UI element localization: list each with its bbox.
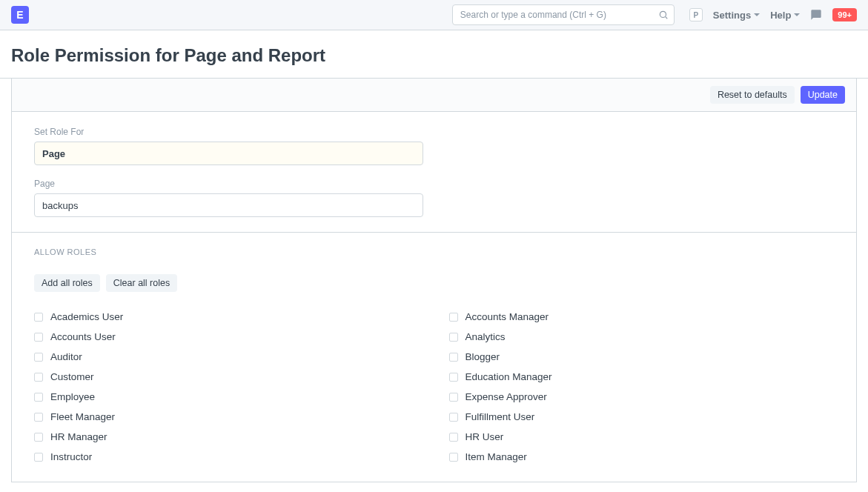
role-item: HR User [449,427,835,447]
role-checkbox[interactable] [34,333,43,342]
role-checkbox[interactable] [449,453,458,462]
role-checkbox[interactable] [449,393,458,402]
role-item: Education Manager [449,367,835,387]
svg-line-1 [666,17,668,19]
role-item: Blogger [449,347,835,367]
role-item: Accounts Manager [449,307,835,327]
action-toolbar: Reset to defaults Update [11,79,857,112]
role-item: Instructor [34,447,420,467]
navbar: E P Settings Help 99+ [0,0,868,30]
app-logo[interactable]: E [11,6,29,24]
role-item: Item Manager [449,447,835,467]
search-icon [658,10,669,20]
role-label: Accounts Manager [466,311,549,322]
role-checkbox[interactable] [34,313,43,322]
role-checkbox[interactable] [449,413,458,422]
settings-label: Settings [713,10,751,21]
form-section: Set Role For Page [11,112,857,233]
role-label: Auditor [50,351,82,362]
role-label: Analytics [466,331,506,342]
role-label: Item Manager [466,451,527,462]
role-checkbox[interactable] [449,373,458,382]
set-role-for-group: Set Role For [34,127,423,165]
user-badge[interactable]: P [689,8,703,21]
page-group: Page [34,179,423,217]
settings-menu[interactable]: Settings [713,10,760,21]
set-role-for-label: Set Role For [34,127,423,137]
roles-section-title: Allow Roles [34,247,834,256]
page-header: Role Permission for Page and Report [0,30,868,79]
help-menu[interactable]: Help [770,10,800,21]
role-label: Academics User [50,311,123,322]
roles-left-column: Academics UserAccounts UserAuditorCustom… [34,307,420,467]
clear-all-roles-button[interactable]: Clear all roles [106,274,177,292]
role-item: Academics User [34,307,420,327]
logo-letter: E [16,9,23,21]
role-label: HR Manager [50,431,107,442]
nav-items: P Settings Help 99+ [689,8,857,21]
role-item: Accounts User [34,327,420,347]
role-label: Instructor [50,451,92,462]
page-title: Role Permission for Page and Report [11,45,857,66]
role-item: Auditor [34,347,420,367]
role-item: Expense Approver [449,387,835,407]
role-item: Fulfillment User [449,407,835,427]
add-all-roles-button[interactable]: Add all roles [34,274,100,292]
update-button[interactable]: Update [801,86,845,104]
role-label: Customer [50,371,94,382]
role-checkbox[interactable] [449,353,458,362]
role-label: Blogger [466,351,500,362]
role-checkbox[interactable] [34,453,43,462]
role-checkbox[interactable] [34,393,43,402]
role-checkbox[interactable] [449,433,458,442]
role-label: Education Manager [466,371,552,382]
content-wrapper: Reset to defaults Update Set Role For Pa… [11,79,857,482]
role-label: Expense Approver [466,391,547,402]
page-field-input[interactable] [34,193,423,217]
page-field-label: Page [34,179,423,189]
role-label: Fleet Manager [50,411,115,422]
role-checkbox[interactable] [34,413,43,422]
chevron-down-icon [754,13,760,16]
role-checkbox[interactable] [449,313,458,322]
role-item: Analytics [449,327,835,347]
set-role-for-input[interactable] [34,142,423,165]
role-item: Fleet Manager [34,407,420,427]
role-item: Customer [34,367,420,387]
role-item: Employee [34,387,420,407]
role-label: Fulfillment User [466,411,535,422]
chat-icon[interactable] [810,9,822,21]
role-label: HR User [466,431,504,442]
svg-point-0 [660,11,666,17]
roles-section: Allow Roles Add all roles Clear all role… [11,233,857,482]
chevron-down-icon [794,13,800,16]
role-label: Employee [50,391,95,402]
search-input[interactable] [452,4,675,25]
roles-columns: Academics UserAccounts UserAuditorCustom… [34,307,834,467]
role-checkbox[interactable] [449,333,458,342]
search-box [452,4,675,25]
help-label: Help [770,10,791,21]
role-label: Accounts User [50,331,116,342]
role-checkbox[interactable] [34,433,43,442]
roles-button-row: Add all roles Clear all roles [34,274,834,292]
role-checkbox[interactable] [34,373,43,382]
role-item: HR Manager [34,427,420,447]
reset-button[interactable]: Reset to defaults [710,86,795,104]
notification-badge[interactable]: 99+ [832,8,857,21]
roles-right-column: Accounts ManagerAnalyticsBloggerEducatio… [449,307,835,467]
role-checkbox[interactable] [34,353,43,362]
